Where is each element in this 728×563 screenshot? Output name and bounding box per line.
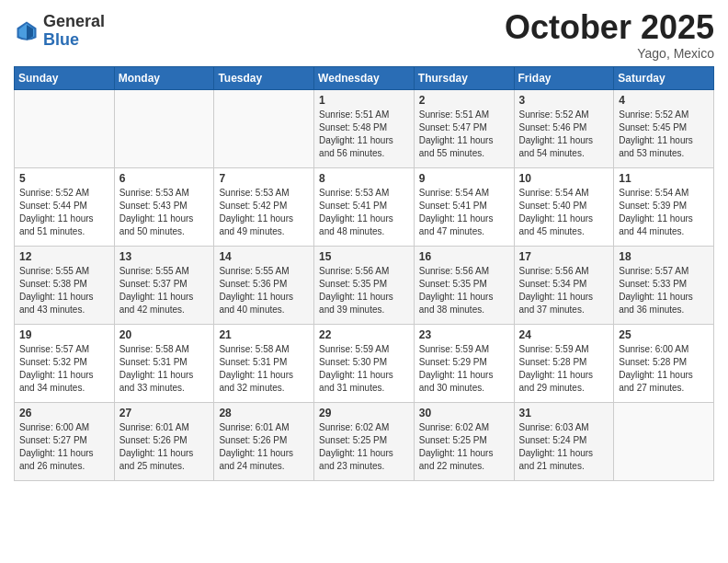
calendar-cell: 20 Sunrise: 5:58 AMSunset: 5:31 PMDaylig… [114,324,214,402]
logo-blue-text: Blue [43,31,105,50]
calendar-cell: 23 Sunrise: 5:59 AMSunset: 5:29 PMDaylig… [414,324,514,402]
day-info: Sunrise: 5:52 AMSunset: 5:46 PMDaylight:… [519,109,594,158]
calendar-cell: 19 Sunrise: 5:57 AMSunset: 5:32 PMDaylig… [15,324,115,402]
day-number: 8 [319,172,409,185]
day-info: Sunrise: 5:54 AMSunset: 5:39 PMDaylight:… [619,188,693,236]
day-info: Sunrise: 5:58 AMSunset: 5:31 PMDaylight:… [119,344,194,393]
day-info: Sunrise: 6:01 AMSunset: 5:26 PMDaylight:… [219,422,293,471]
day-number: 23 [419,328,509,341]
header-row: Sunday Monday Tuesday Wednesday Thursday… [15,66,714,89]
day-number: 19 [19,328,109,341]
day-number: 11 [619,172,709,185]
day-number: 17 [519,250,609,263]
day-number: 13 [119,250,210,263]
day-number: 31 [519,407,609,419]
day-number: 7 [219,172,309,185]
calendar-cell: 29 Sunrise: 6:02 AMSunset: 5:25 PMDaylig… [314,402,415,480]
calendar-cell: 4 Sunrise: 5:52 AMSunset: 5:45 PMDayligh… [614,89,714,167]
day-info: Sunrise: 5:53 AMSunset: 5:42 PMDaylight:… [219,188,293,236]
day-info: Sunrise: 6:02 AMSunset: 5:25 PMDaylight:… [419,422,494,471]
col-saturday: Saturday [614,66,714,89]
calendar-cell: 11 Sunrise: 5:54 AMSunset: 5:39 PMDaylig… [614,167,714,246]
calendar-cell: 3 Sunrise: 5:52 AMSunset: 5:46 PMDayligh… [514,89,614,167]
day-number: 6 [119,172,210,185]
col-sunday: Sunday [15,66,115,89]
calendar-cell: 24 Sunrise: 5:59 AMSunset: 5:28 PMDaylig… [514,324,614,402]
day-info: Sunrise: 5:58 AMSunset: 5:31 PMDaylight:… [219,344,293,393]
day-number: 30 [419,407,509,419]
col-tuesday: Tuesday [214,66,314,89]
day-info: Sunrise: 5:59 AMSunset: 5:30 PMDaylight:… [319,344,393,393]
day-number: 16 [419,250,509,263]
day-info: Sunrise: 5:55 AMSunset: 5:36 PMDaylight:… [219,266,293,315]
calendar-cell: 27 Sunrise: 6:01 AMSunset: 5:26 PMDaylig… [114,402,214,480]
day-info: Sunrise: 6:03 AMSunset: 5:24 PMDaylight:… [519,422,594,471]
calendar-cell [214,89,314,167]
calendar-cell: 10 Sunrise: 5:54 AMSunset: 5:40 PMDaylig… [514,167,614,246]
calendar-cell: 13 Sunrise: 5:55 AMSunset: 5:37 PMDaylig… [114,246,214,324]
calendar-cell: 28 Sunrise: 6:01 AMSunset: 5:26 PMDaylig… [214,402,314,480]
day-number: 28 [219,407,309,419]
day-info: Sunrise: 5:53 AMSunset: 5:41 PMDaylight:… [319,188,393,236]
logo: General Blue [14,13,105,50]
logo-icon [14,18,40,44]
day-info: Sunrise: 5:56 AMSunset: 5:34 PMDaylight:… [519,266,594,315]
day-info: Sunrise: 5:55 AMSunset: 5:37 PMDaylight:… [119,266,194,315]
day-info: Sunrise: 6:00 AMSunset: 5:28 PMDaylight:… [619,344,693,393]
col-friday: Friday [514,66,614,89]
calendar-cell: 26 Sunrise: 6:00 AMSunset: 5:27 PMDaylig… [15,402,115,480]
day-number: 25 [619,328,709,341]
day-number: 22 [319,328,409,341]
day-number: 1 [319,94,409,107]
day-info: Sunrise: 5:51 AMSunset: 5:48 PMDaylight:… [319,109,393,158]
calendar-cell: 30 Sunrise: 6:02 AMSunset: 5:25 PMDaylig… [414,402,514,480]
calendar-week-row: 5 Sunrise: 5:52 AMSunset: 5:44 PMDayligh… [15,167,714,246]
day-number: 14 [219,250,309,263]
day-number: 9 [419,172,509,185]
calendar-cell: 6 Sunrise: 5:53 AMSunset: 5:43 PMDayligh… [114,167,214,246]
day-info: Sunrise: 5:59 AMSunset: 5:28 PMDaylight:… [519,344,594,393]
calendar-cell [15,89,115,167]
calendar-cell: 1 Sunrise: 5:51 AMSunset: 5:48 PMDayligh… [314,89,415,167]
calendar-cell: 18 Sunrise: 5:57 AMSunset: 5:33 PMDaylig… [614,246,714,324]
day-number: 18 [619,250,709,263]
calendar-week-row: 26 Sunrise: 6:00 AMSunset: 5:27 PMDaylig… [15,402,714,480]
location: Yago, Mexico [505,46,714,61]
day-info: Sunrise: 6:00 AMSunset: 5:27 PMDaylight:… [19,422,94,471]
calendar-cell [614,402,714,480]
day-number: 21 [219,328,309,341]
calendar-cell: 17 Sunrise: 5:56 AMSunset: 5:34 PMDaylig… [514,246,614,324]
day-info: Sunrise: 5:52 AMSunset: 5:44 PMDaylight:… [19,188,94,236]
calendar-cell [114,89,214,167]
day-number: 10 [519,172,609,185]
calendar-cell: 12 Sunrise: 5:55 AMSunset: 5:38 PMDaylig… [15,246,115,324]
day-number: 27 [119,407,210,419]
logo-general-text: General [43,13,105,31]
calendar-cell: 25 Sunrise: 6:00 AMSunset: 5:28 PMDaylig… [614,324,714,402]
col-monday: Monday [114,66,214,89]
calendar-cell: 14 Sunrise: 5:55 AMSunset: 5:36 PMDaylig… [214,246,314,324]
calendar-cell: 7 Sunrise: 5:53 AMSunset: 5:42 PMDayligh… [214,167,314,246]
calendar-week-row: 1 Sunrise: 5:51 AMSunset: 5:48 PMDayligh… [15,89,714,167]
calendar-week-row: 19 Sunrise: 5:57 AMSunset: 5:32 PMDaylig… [15,324,714,402]
title-block: October 2025 Yago, Mexico [505,9,714,61]
day-number: 26 [19,407,109,419]
header: General Blue October 2025 Yago, Mexico [14,9,714,61]
day-number: 29 [319,407,409,419]
day-info: Sunrise: 5:52 AMSunset: 5:45 PMDaylight:… [619,109,693,158]
day-info: Sunrise: 5:57 AMSunset: 5:32 PMDaylight:… [19,344,94,393]
day-info: Sunrise: 5:54 AMSunset: 5:41 PMDaylight:… [419,188,494,236]
day-number: 2 [419,94,509,107]
day-number: 5 [19,172,109,185]
day-number: 12 [19,250,109,263]
day-number: 15 [319,250,409,263]
day-info: Sunrise: 5:56 AMSunset: 5:35 PMDaylight:… [419,266,494,315]
logo-text: General Blue [43,13,105,50]
calendar-cell: 8 Sunrise: 5:53 AMSunset: 5:41 PMDayligh… [314,167,415,246]
day-info: Sunrise: 5:54 AMSunset: 5:40 PMDaylight:… [519,188,594,236]
day-info: Sunrise: 6:01 AMSunset: 5:26 PMDaylight:… [119,422,194,471]
day-info: Sunrise: 5:56 AMSunset: 5:35 PMDaylight:… [319,266,393,315]
day-info: Sunrise: 5:55 AMSunset: 5:38 PMDaylight:… [19,266,94,315]
day-info: Sunrise: 6:02 AMSunset: 5:25 PMDaylight:… [319,422,393,471]
month-title: October 2025 [505,9,714,46]
